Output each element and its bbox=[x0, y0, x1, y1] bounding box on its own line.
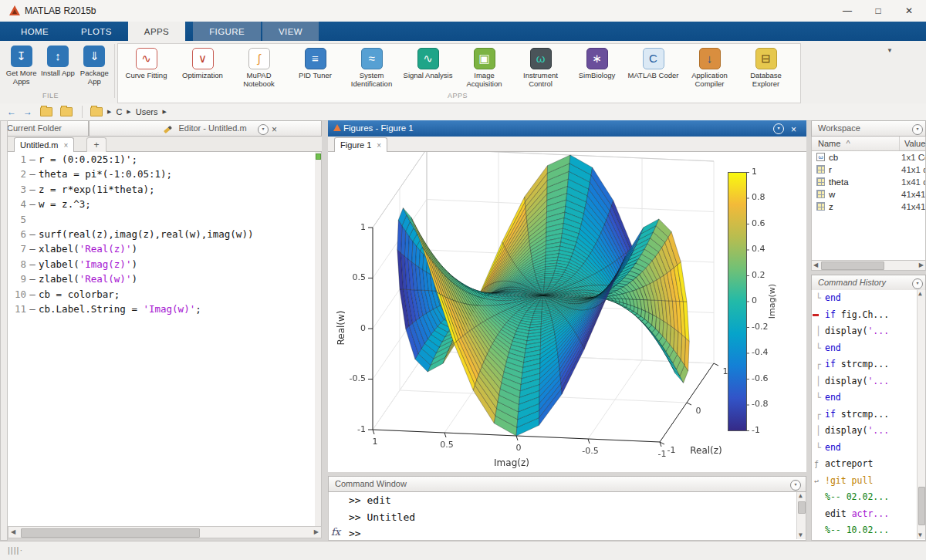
current-folder-collapsed-panel[interactable] bbox=[0, 120, 8, 541]
editor-pane-menu-icon[interactable]: ▾ bbox=[258, 124, 269, 135]
get-more-apps-button[interactable]: ↧Get More Apps bbox=[4, 44, 39, 86]
editor-code-area[interactable]: 1–r = (0:0.025:1)';2–theta = pi*(-1:0.05… bbox=[8, 152, 315, 526]
history-bracket: │ bbox=[816, 373, 821, 390]
code-text: surf(real(z),imag(z),real(w),imag(w)) bbox=[39, 228, 253, 240]
maximize-button[interactable]: □ bbox=[863, 0, 894, 22]
figure-tab-close-icon[interactable]: × bbox=[377, 141, 381, 150]
history-item-9[interactable]: └end bbox=[812, 440, 925, 457]
editor-horizontal-scrollbar[interactable]: ◀ ▶ bbox=[8, 526, 322, 538]
command-history-scrollbar[interactable]: ▲ ▼ bbox=[917, 290, 925, 539]
instrument-control-app-button[interactable]: ωInstrument Control bbox=[512, 47, 569, 88]
workspace-horizontal-scrollbar[interactable]: ◀ ▶ bbox=[812, 261, 925, 270]
editor-line-2[interactable]: 2–theta = pi*(-1:0.05:1); bbox=[8, 167, 315, 181]
figures-close-icon[interactable]: × bbox=[791, 122, 796, 138]
history-item-2[interactable]: │display('... bbox=[812, 323, 925, 340]
simbiology-app-button[interactable]: ∗SimBiology bbox=[569, 47, 625, 80]
figures-header[interactable]: Figures - Figure 1 ▾ × bbox=[328, 120, 806, 137]
workspace-column-header[interactable]: Name ^ Value bbox=[811, 137, 926, 151]
figures-pane-menu-icon[interactable]: ▾ bbox=[773, 123, 784, 134]
image-acquisition-app-button[interactable]: ▣Image Acquisition bbox=[456, 47, 512, 88]
command-window-body[interactable]: fx >> edit>> Untitled>> ▲ ▼ bbox=[328, 492, 806, 541]
status-grip[interactable]: ||||· bbox=[8, 545, 23, 555]
package-app-button[interactable]: ⇓Package App bbox=[76, 44, 112, 86]
workspace-pane-menu-icon[interactable]: ▾ bbox=[912, 124, 923, 135]
editor-line-8[interactable]: 8–ylabel('Imag(z)') bbox=[8, 257, 315, 272]
editor-line-4[interactable]: 4–w = z.^3; bbox=[8, 197, 315, 211]
tab-close-icon[interactable]: × bbox=[64, 141, 69, 150]
application-compiler-app-button[interactable]: ↓Application Compiler bbox=[681, 47, 738, 88]
database-explorer-app-button[interactable]: ⊟Database Explorer bbox=[738, 47, 794, 88]
tab-apps[interactable]: APPS bbox=[128, 22, 185, 41]
breadcrumb-item-users[interactable]: Users bbox=[136, 107, 158, 116]
editor-line-3[interactable]: 3–z = r*exp(1i*theta); bbox=[8, 182, 315, 197]
curve-fitting-app-button[interactable]: ∿Curve Fitting bbox=[118, 47, 174, 80]
workspace-col-value[interactable]: Value bbox=[904, 137, 925, 150]
editor-line-6[interactable]: 6–surf(real(z),imag(z),real(w),imag(w)) bbox=[8, 227, 315, 241]
mlint-indicator[interactable] bbox=[316, 153, 321, 160]
command-window-header[interactable]: Command Window ▾ bbox=[328, 476, 806, 492]
current-folder-header[interactable]: Current Folder bbox=[0, 120, 89, 137]
editor-line-9[interactable]: 9–zlabel('Real(w)') bbox=[8, 272, 315, 286]
install-app-button[interactable]: ↕Install App bbox=[40, 44, 76, 86]
command-history-pane-menu-icon[interactable]: ▾ bbox=[912, 278, 923, 289]
workspace-row-cb[interactable]: ωcb1x1 Co... bbox=[812, 151, 925, 164]
editor-line-11[interactable]: 11–cb.Label.String = 'Imag(w)'; bbox=[8, 302, 315, 316]
editor-line-1[interactable]: 1–r = (0:0.025:1)'; bbox=[8, 152, 315, 167]
history-item-5[interactable]: │display('... bbox=[812, 373, 925, 390]
workspace-row-w[interactable]: w41x41 d... bbox=[812, 188, 925, 201]
browse-folder-icon[interactable] bbox=[40, 107, 52, 116]
editor-tab-untitled[interactable]: Untitled.m× bbox=[14, 137, 74, 153]
mupad-notebook-app-button[interactable]: ∫MuPAD Notebook bbox=[231, 47, 287, 88]
gallery-expand-button[interactable]: ▼ bbox=[881, 45, 898, 57]
history-item-12[interactable]: %-- 02.02... bbox=[812, 489, 925, 506]
history-item-4[interactable]: ┌if strcmp... bbox=[812, 356, 925, 373]
editor-new-tab-button[interactable]: + bbox=[86, 137, 106, 153]
matlab-coder-app-button[interactable]: CMATLAB Coder bbox=[625, 47, 681, 80]
column-divider[interactable] bbox=[899, 137, 900, 150]
history-item-0[interactable]: └end bbox=[812, 290, 925, 307]
history-item-7[interactable]: ┌if strcmp... bbox=[812, 407, 925, 423]
history-item-10[interactable]: ƒactreport bbox=[812, 456, 925, 473]
workspace-row-theta[interactable]: theta1x41 do... bbox=[812, 176, 925, 188]
history-item-3[interactable]: └end bbox=[812, 340, 925, 357]
command-window-pane-menu-icon[interactable]: ▾ bbox=[790, 480, 801, 491]
workspace-row-z[interactable]: z41x41 d... bbox=[812, 201, 925, 213]
pid-tuner-app-button[interactable]: ≡PID Tuner bbox=[287, 47, 343, 80]
breadcrumb[interactable]: ▶C▶Users▶ bbox=[103, 107, 171, 116]
minimize-button[interactable]: — bbox=[832, 0, 863, 22]
optimization-app-button[interactable]: ∨Optimization bbox=[174, 47, 231, 80]
history-bracket: │ bbox=[816, 423, 821, 440]
history-item-11[interactable]: ↩!git pull bbox=[812, 473, 925, 490]
breadcrumb-item-c[interactable]: C bbox=[116, 107, 122, 116]
tab-view[interactable]: VIEW bbox=[262, 22, 319, 41]
history-item-1[interactable]: if fig.Ch... bbox=[812, 307, 925, 324]
workspace-row-r[interactable]: r41x1 do... bbox=[812, 164, 925, 176]
history-item-14[interactable]: %-- 10.02... bbox=[812, 522, 925, 539]
workspace-col-name[interactable]: Name bbox=[818, 139, 840, 148]
tab-figure[interactable]: FIGURE bbox=[193, 22, 261, 41]
forward-arrow-icon[interactable]: → bbox=[23, 106, 32, 117]
figure-canvas[interactable] bbox=[328, 152, 806, 472]
command-window-scrollbar[interactable]: ▲ ▼ bbox=[796, 492, 806, 539]
window-titlebar[interactable]: MATLAB R2015b — □ ✕ bbox=[0, 0, 926, 22]
history-item-6[interactable]: └end bbox=[812, 390, 925, 407]
command-prompt[interactable]: >> bbox=[329, 525, 806, 542]
up-folder-icon[interactable] bbox=[60, 107, 73, 116]
editor-close-icon[interactable]: × bbox=[272, 123, 277, 137]
tab-plots[interactable]: PLOTS bbox=[65, 22, 128, 41]
editor-line-5[interactable]: 5 bbox=[8, 212, 315, 227]
history-item-8[interactable]: │display('... bbox=[812, 423, 925, 440]
editor-line-7[interactable]: 7–xlabel('Real(z)') bbox=[8, 241, 315, 256]
system-identification-app-button[interactable]: ≈System Identification bbox=[343, 47, 400, 88]
back-arrow-icon[interactable]: ← bbox=[7, 106, 16, 117]
close-button[interactable]: ✕ bbox=[894, 0, 924, 22]
workspace-header[interactable]: Workspace ▾ bbox=[811, 120, 926, 137]
figure-tab[interactable]: Figure 1× bbox=[334, 137, 387, 153]
workspace-rows: ωcb1x1 Co...r41x1 do...theta1x41 do...w4… bbox=[811, 151, 926, 260]
tab-home[interactable]: HOME bbox=[5, 22, 65, 41]
signal-analysis-app-button[interactable]: ∿Signal Analysis bbox=[400, 47, 456, 80]
command-history-header[interactable]: Command History ▾ bbox=[811, 275, 926, 291]
editor-header[interactable]: Editor - Untitled.m ▾ × bbox=[89, 120, 322, 137]
editor-line-10[interactable]: 10–cb = colorbar; bbox=[8, 287, 315, 302]
history-item-13[interactable]: edit actr... bbox=[812, 506, 925, 523]
